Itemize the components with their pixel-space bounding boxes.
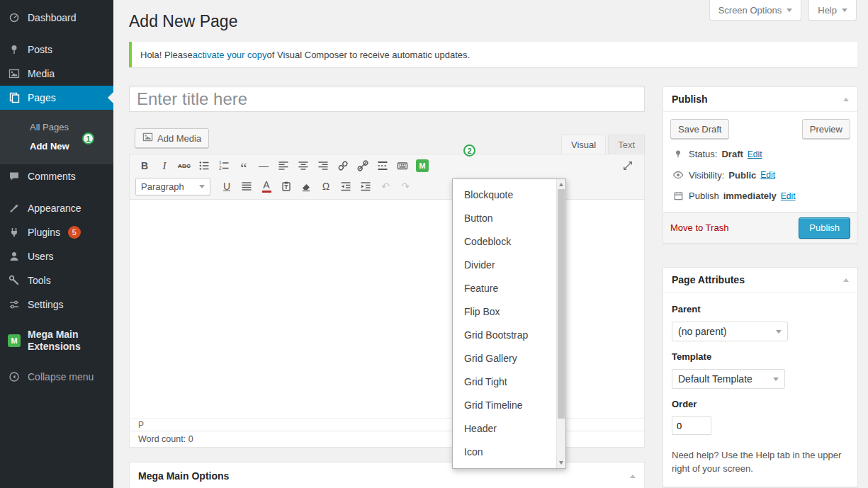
chevron-down-icon: [199, 185, 205, 188]
add-media-label: Add Media: [157, 133, 201, 144]
tab-text[interactable]: Text: [608, 135, 645, 154]
indent-button[interactable]: [356, 177, 375, 195]
shortcode-option[interactable]: Codeblock: [453, 230, 556, 254]
sidebar-item-all-pages[interactable]: All Pages: [0, 118, 113, 137]
screen-meta-links: Screen Options Help: [709, 0, 857, 21]
order-input[interactable]: [672, 416, 711, 435]
help-button[interactable]: Help: [808, 0, 857, 21]
sidebar-item-media[interactable]: Media: [0, 62, 113, 86]
mega-main-shortcodes-button[interactable]: M: [413, 157, 432, 175]
post-title-input[interactable]: [129, 86, 645, 112]
pages-submenu: All Pages Add New: [0, 110, 113, 164]
save-draft-button[interactable]: Save Draft: [670, 119, 729, 139]
scroll-down-icon[interactable]: [559, 461, 563, 465]
toolbar-toggle-button[interactable]: [393, 157, 412, 175]
svg-text:1: 1: [219, 160, 222, 165]
svg-text:2: 2: [219, 166, 222, 171]
screen-options-button[interactable]: Screen Options: [709, 0, 802, 21]
sidebar-item-mega-main-extensions[interactable]: M Mega Main Extensions: [0, 324, 113, 357]
dropdown-scrollbar[interactable]: [556, 179, 565, 468]
shortcode-option[interactable]: Blockquote: [453, 183, 556, 207]
sidebar-item-comments[interactable]: Comments: [0, 164, 113, 188]
shortcode-option[interactable]: Grid Tight: [453, 370, 556, 394]
remove-formatting-button[interactable]: [297, 177, 315, 195]
collapse-menu-button[interactable]: Collapse menu: [0, 365, 113, 389]
sidebar-item-posts[interactable]: Posts: [0, 38, 113, 62]
shortcode-option[interactable]: Button: [453, 207, 556, 230]
align-right-button[interactable]: [314, 157, 332, 175]
dashboard-icon: [7, 12, 21, 23]
bullet-list-button[interactable]: [195, 157, 213, 175]
editor-element-path: P: [129, 418, 645, 431]
sidebar-item-tools[interactable]: Tools: [0, 268, 113, 293]
shortcode-option[interactable]: Icon: [453, 441, 556, 464]
shortcode-option[interactable]: Grid Bootstrap: [453, 324, 556, 347]
sidebar-item-users[interactable]: Users: [0, 244, 113, 268]
undo-button[interactable]: ↶: [376, 177, 395, 195]
collapse-menu-label: Collapse menu: [28, 371, 94, 382]
edit-status-link[interactable]: Edit: [748, 149, 762, 159]
shortcode-option[interactable]: Grid Timeline: [453, 394, 556, 417]
annotation-marker-2: 2: [463, 144, 475, 157]
align-left-button[interactable]: [274, 157, 293, 175]
outdent-button[interactable]: [337, 177, 355, 195]
activate-copy-link[interactable]: activate your copy: [193, 50, 267, 60]
visibility-row: Visibility: Public Edit: [670, 169, 850, 181]
text-color-icon: A: [262, 180, 271, 193]
strikethrough-button[interactable]: ABC: [175, 157, 193, 175]
publish-button[interactable]: Publish: [799, 217, 850, 239]
mega-main-options-panel: Mega Main Options: [129, 462, 645, 488]
shortcode-option[interactable]: Header: [453, 417, 556, 441]
sidebar-item-label: Comments: [28, 171, 76, 182]
shortcode-option[interactable]: Flip Box: [453, 300, 556, 324]
shortcode-option[interactable]: Feature: [453, 277, 556, 300]
tab-visual[interactable]: Visual: [561, 135, 606, 154]
read-more-button[interactable]: [373, 157, 392, 175]
scrollbar-thumb[interactable]: [558, 189, 565, 419]
editor-content-area[interactable]: [129, 200, 645, 418]
underline-button[interactable]: U: [218, 177, 236, 195]
justify-button[interactable]: [237, 177, 256, 195]
panel-toggle-icon[interactable]: [843, 278, 849, 282]
sidebar-item-appearance[interactable]: Appearance: [0, 196, 113, 220]
blockquote-button[interactable]: “: [235, 157, 253, 175]
horizontal-rule-button[interactable]: —: [254, 157, 273, 175]
bold-button[interactable]: B: [135, 157, 154, 175]
paragraph-format-select[interactable]: Paragraph: [135, 178, 210, 195]
visibility-value: Public: [728, 170, 756, 181]
pages-icon: [7, 92, 21, 103]
admin-sidebar: Dashboard Posts Media Pages All Pages Ad…: [0, 0, 113, 488]
page-attributes-panel: Page Attributes Parent (no parent) Templ…: [663, 267, 858, 487]
annotation-marker-1: 1: [82, 132, 94, 144]
sidebar-item-add-new[interactable]: Add New: [0, 137, 113, 156]
sidebar-item-pages[interactable]: Pages: [0, 86, 113, 110]
shortcode-option[interactable]: Grid Gallery: [453, 347, 556, 370]
order-label: Order: [672, 399, 849, 409]
panel-toggle-icon[interactable]: [843, 98, 849, 101]
special-character-button[interactable]: Ω: [317, 177, 335, 195]
align-center-button[interactable]: [294, 157, 312, 175]
edit-schedule-link[interactable]: Edit: [781, 191, 796, 201]
status-value: Draft: [721, 149, 743, 159]
shortcode-option[interactable]: Divider: [453, 254, 556, 277]
redo-button[interactable]: ↷: [396, 177, 415, 195]
text-color-button[interactable]: A: [257, 177, 276, 195]
preview-button[interactable]: Preview: [802, 119, 850, 139]
panel-toggle-icon[interactable]: [630, 475, 636, 478]
paste-as-text-button[interactable]: [277, 177, 295, 195]
template-select[interactable]: Default Template: [672, 369, 785, 389]
sidebar-item-dashboard[interactable]: Dashboard: [0, 6, 113, 30]
sidebar-item-label: Appearance: [28, 203, 81, 214]
italic-button[interactable]: I: [155, 157, 174, 175]
scroll-up-icon[interactable]: [559, 183, 563, 186]
numbered-list-button[interactable]: 12: [215, 157, 233, 175]
parent-select[interactable]: (no parent): [672, 322, 788, 341]
fullscreen-button[interactable]: [619, 157, 637, 175]
unlink-button[interactable]: [354, 157, 372, 175]
link-button[interactable]: [334, 157, 352, 175]
edit-visibility-link[interactable]: Edit: [760, 170, 775, 180]
add-media-button[interactable]: Add Media: [135, 128, 209, 148]
sidebar-item-settings[interactable]: Settings: [0, 293, 113, 317]
sidebar-item-plugins[interactable]: Plugins 5: [0, 220, 113, 244]
move-to-trash-link[interactable]: Move to Trash: [670, 222, 728, 233]
